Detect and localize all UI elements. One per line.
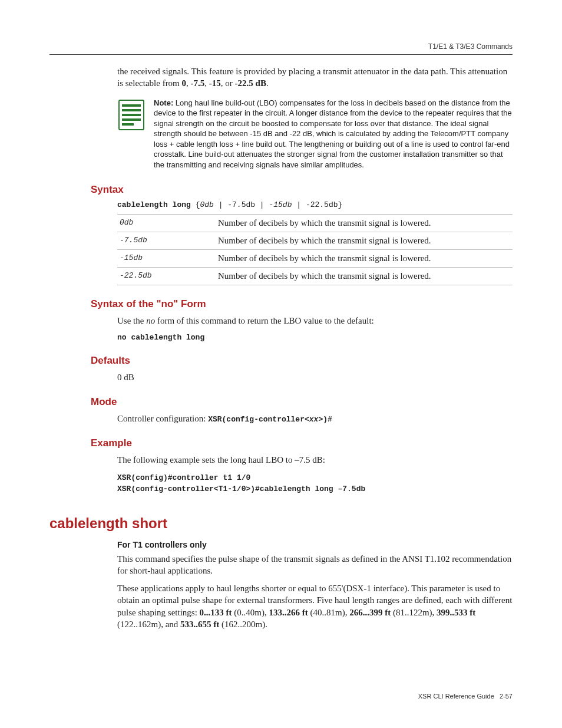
text: form of this command to return the LBO v… — [155, 316, 374, 325]
param-desc: Number of decibels by which the transmit… — [216, 268, 513, 285]
text: Controller configuration: — [117, 414, 208, 423]
param-key: -7.5db — [117, 232, 216, 250]
no-italic: no — [146, 316, 155, 325]
table-row: -22.5db Number of decibels by which the … — [117, 268, 513, 285]
text: } — [338, 200, 343, 209]
range-1: 0...133 ft — [200, 608, 232, 617]
cmd2-p2: These applications apply to haul lengths… — [117, 582, 513, 630]
text: (0..40m), — [232, 608, 269, 617]
heading-mode: Mode — [91, 396, 513, 408]
text: (40..81m), — [308, 608, 349, 617]
no-form-cmd: no cablelength long — [117, 333, 513, 342]
param-desc: Number of decibels by which the transmit… — [216, 232, 513, 250]
note-text: Note: Long haul line build-out (LBO) com… — [154, 98, 513, 170]
svg-rect-4 — [122, 118, 141, 121]
text: , — [186, 78, 191, 88]
value-0: 0 — [182, 78, 187, 88]
text: | — [255, 200, 269, 209]
cmd2-p1: This command specifies the pulse shape o… — [117, 553, 513, 577]
example-intro: The following example sets the long haul… — [117, 454, 513, 466]
opt-22-5db: -22.5db — [306, 200, 338, 209]
value-22-5: -22.5 dB — [235, 78, 266, 88]
value-15: -15 — [209, 78, 221, 88]
param-key: 0db — [117, 215, 216, 232]
svg-rect-2 — [122, 109, 141, 111]
table-row: 0db Number of decibels by which the tran… — [117, 215, 513, 232]
param-key: -22.5db — [117, 268, 216, 285]
heading-syntax: Syntax — [91, 184, 513, 196]
table-row: -15db Number of decibels by which the tr… — [117, 250, 513, 268]
params-table: 0db Number of decibels by which the tran… — [117, 214, 513, 285]
footer-title: XSR CLI Reference Guide — [418, 693, 494, 700]
range-2: 133..266 ft — [269, 608, 308, 617]
mode-cmd-var: xx — [309, 415, 319, 424]
note-body: Long haul line build-out (LBO) compensat… — [154, 98, 512, 169]
note-label: Note: — [154, 98, 173, 107]
opt-0db: 0db — [200, 200, 213, 209]
page-header: T1/E1 & T3/E3 Commands — [49, 42, 513, 55]
text: (122..162m), and — [117, 620, 180, 629]
heading-example: Example — [91, 437, 513, 449]
sub-heading: For T1 controllers only — [117, 540, 513, 549]
range-5: 533..655 ft — [180, 620, 219, 629]
param-desc: Number of decibels by which the transmit… — [216, 215, 513, 232]
value-7-5: -7.5 — [191, 78, 205, 88]
text: . — [266, 78, 269, 88]
range-3: 266...399 ft — [349, 608, 391, 617]
footer-page: 2-57 — [500, 693, 513, 700]
defaults-text: 0 dB — [117, 371, 513, 383]
heading-syntax-no: Syntax of the "no" Form — [91, 298, 513, 310]
svg-rect-1 — [122, 104, 141, 107]
text: (81..122m), — [391, 608, 437, 617]
intro-paragraph: the received signals. This feature is pr… — [117, 65, 513, 90]
page-footer: XSR CLI Reference Guide 2-57 — [418, 693, 513, 700]
text: | — [292, 200, 305, 209]
param-key: -15db — [117, 250, 216, 268]
param-desc: Number of decibels by which the transmit… — [216, 250, 513, 268]
text: , or — [221, 78, 235, 88]
syntax-line: cablelength long {0db | -7.5db | -15db |… — [117, 200, 513, 209]
heading-defaults: Defaults — [91, 355, 513, 367]
example-code: XSR(config)#controller t1 1/0 XSR(config… — [117, 472, 513, 495]
opt-7-5db: -7.5db — [227, 200, 255, 209]
mode-text: Controller configuration: XSR(config-con… — [117, 413, 513, 425]
text: | — [214, 200, 227, 209]
range-4: 399..533 ft — [437, 608, 475, 617]
mode-cmd-post: >)# — [318, 415, 332, 424]
cmd-name: cablelength long — [117, 200, 191, 209]
command-title-cablelength-short: cablelength short — [49, 515, 513, 532]
text: { — [191, 200, 200, 209]
svg-rect-5 — [122, 123, 134, 126]
svg-rect-3 — [122, 114, 141, 116]
note-icon — [117, 99, 146, 131]
no-form-text: Use the no form of this command to retur… — [117, 315, 513, 327]
text: , — [204, 78, 209, 88]
text: the received signals. This feature is pr… — [117, 67, 507, 88]
mode-cmd-pre: XSR(config-controller< — [208, 415, 309, 424]
text: Use the — [117, 316, 146, 325]
note-block: Note: Long haul line build-out (LBO) com… — [117, 98, 513, 170]
opt-15db: -15db — [269, 200, 292, 209]
table-row: -7.5db Number of decibels by which the t… — [117, 232, 513, 250]
text: (162..200m). — [219, 620, 267, 629]
